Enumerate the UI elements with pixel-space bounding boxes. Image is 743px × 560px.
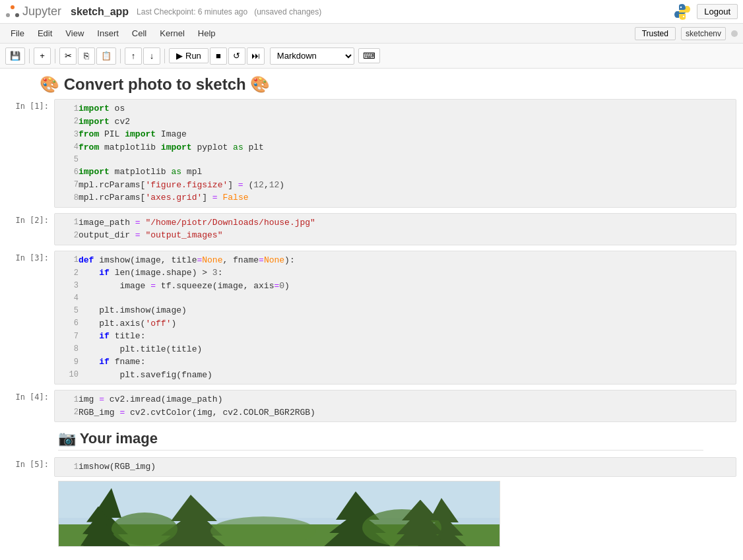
notebook-title: 🎨 Convert photo to sketch 🎨	[0, 69, 743, 96]
section-2-title: 📷 Your image	[58, 430, 703, 451]
cell-type-select[interactable]: Markdown Code Raw NBConvert Heading	[270, 47, 354, 65]
toolbar-sep-2	[55, 49, 55, 63]
cell-4-prompt: In [4]:	[1, 390, 54, 402]
cell-4-input[interactable]: 1img = cv2.imread(image_path) 2RGB_img =…	[54, 390, 736, 422]
python-logo-icon	[673, 3, 692, 21]
logout-area: Logout	[673, 3, 738, 21]
table-row: 1image_path = "/home/piotr/Downloads/hou…	[59, 216, 732, 230]
checkpoint-info: Last Checkpoint: 6 minutes ago (unsaved …	[137, 7, 321, 16]
cell-5-prompt: In [5]:	[1, 457, 54, 469]
run-icon: ▶	[176, 51, 183, 61]
toolbar-sep-1	[29, 49, 30, 63]
restart-run-button[interactable]: ⏭	[247, 47, 265, 65]
table-row: 1 imshow(RGB_img)	[59, 460, 732, 474]
titlebar: Jupyter sketch_app Last Checkpoint: 6 mi…	[0, 0, 743, 24]
table-row: 4from matplotlib import pyplot as plt	[59, 141, 732, 154]
notebook-name: sketch_app	[71, 6, 129, 18]
cell-5-input[interactable]: 1 imshow(RGB_img)	[54, 457, 736, 477]
cell-3-prompt: In [3]:	[1, 251, 54, 263]
table-row: 2 if len(image.shape) > 3:	[59, 266, 732, 280]
toolbar-sep-4	[164, 49, 165, 63]
table-row: 5	[59, 154, 732, 166]
table-row: 3 image = tf.squeeze(image, axis=0)	[59, 280, 732, 293]
menu-cell[interactable]: Cell	[127, 27, 152, 40]
jupyter-logo-icon	[5, 5, 20, 19]
cell-1-prompt: In [1]:	[1, 99, 54, 111]
jupyter-logo: Jupyter	[5, 5, 61, 19]
table-row: 1img = cv2.imread(image_path)	[59, 393, 732, 406]
trusted-button[interactable]: Trusted	[635, 27, 676, 40]
logout-button[interactable]: Logout	[697, 4, 738, 19]
cell-2: In [2]: 1image_path = "/home/piotr/Downl…	[0, 210, 743, 248]
output-image	[58, 481, 500, 547]
svg-point-4	[683, 15, 684, 16]
menu-help[interactable]: Help	[193, 27, 221, 40]
jupyter-label: Jupyter	[22, 5, 61, 18]
cell-1-input[interactable]: 1import os 2import cv2 3from PIL import …	[54, 99, 736, 208]
table-row: 3from PIL import Image	[59, 128, 732, 141]
restart-button[interactable]: ↺	[228, 47, 245, 65]
menu-kernel[interactable]: Kernel	[154, 27, 190, 40]
stop-button[interactable]: ■	[210, 47, 227, 65]
cell-5: In [5]: 1 imshow(RGB_img)	[0, 454, 743, 480]
move-up-button[interactable]: ↑	[125, 47, 142, 65]
cell-2-input[interactable]: 1image_path = "/home/piotr/Downloads/hou…	[54, 213, 736, 245]
table-row: 8mpl.rcParams['axes.grid'] = False	[59, 191, 732, 204]
table-row: 7 if title:	[59, 330, 732, 343]
move-down-button[interactable]: ↓	[143, 47, 160, 65]
table-row: 9 if fname:	[59, 356, 732, 369]
paste-button[interactable]: 📋	[96, 47, 116, 65]
table-row: 4	[59, 292, 732, 304]
svg-point-2	[15, 13, 19, 17]
toolbar-sep-3	[120, 49, 121, 63]
cell-3-input[interactable]: 1def imshow(image, title=None, fname=Non…	[54, 251, 736, 385]
table-row: 6import matplotlib as mpl	[59, 166, 732, 179]
table-row: 7mpl.rcParams['figure.figsize'] = (12,12…	[59, 179, 732, 192]
menu-insert[interactable]: Insert	[92, 27, 124, 40]
table-row: 8 plt.title(title)	[59, 343, 732, 356]
svg-point-3	[680, 6, 682, 7]
table-row: 2output_dir = "output_images"	[59, 229, 732, 242]
kernel-status-dot	[731, 30, 738, 37]
table-row: 10 plt.savefig(fname)	[59, 369, 732, 382]
table-row: 1def imshow(image, title=None, fname=Non…	[59, 254, 732, 267]
cell-5-output	[58, 481, 736, 547]
cell-3: In [3]: 1def imshow(image, title=None, f…	[0, 248, 743, 388]
cut-button[interactable]: ✂	[59, 47, 77, 65]
svg-point-0	[11, 5, 15, 9]
menu-edit[interactable]: Edit	[32, 27, 57, 40]
menubar: File Edit View Insert Cell Kernel Help T…	[0, 24, 743, 44]
cell-1: In [1]: 1import os 2import cv2 3from PIL…	[0, 96, 743, 210]
menu-view[interactable]: View	[60, 27, 89, 40]
cell-4: In [4]: 1img = cv2.imread(image_path) 2R…	[0, 387, 743, 425]
output-image-svg	[59, 482, 500, 547]
cell-2-prompt: In [2]:	[1, 213, 54, 225]
keyboard-shortcuts-button[interactable]: ⌨	[358, 48, 380, 63]
table-row: 2import cv2	[59, 115, 732, 129]
insert-cell-below-button[interactable]: +	[34, 47, 51, 65]
notebook: 🎨 Convert photo to sketch 🎨 In [1]: 1imp…	[0, 69, 743, 547]
run-label: Run	[185, 51, 201, 61]
table-row: 2RGB_img = cv2.cvtColor(img, cv2.COLOR_B…	[59, 406, 732, 420]
svg-point-14	[362, 509, 441, 546]
svg-point-1	[6, 13, 10, 17]
svg-point-12	[112, 513, 178, 545]
table-row: 5 plt.imshow(image)	[59, 304, 732, 317]
kernel-name: sketchenv	[681, 27, 726, 40]
toolbar: 💾 + ✂ ⎘ 📋 ↑ ↓ ▶ Run ■ ↺ ⏭ Markdown Code …	[0, 44, 743, 69]
copy-button[interactable]: ⎘	[78, 47, 95, 65]
section-2-heading: 📷 Your image	[0, 425, 743, 454]
menu-file[interactable]: File	[5, 27, 30, 40]
save-button[interactable]: 💾	[5, 47, 25, 65]
svg-point-13	[210, 516, 316, 545]
table-row: 1import os	[59, 102, 732, 115]
table-row: 6 plt.axis('off')	[59, 317, 732, 330]
run-button[interactable]: ▶ Run	[169, 48, 209, 63]
